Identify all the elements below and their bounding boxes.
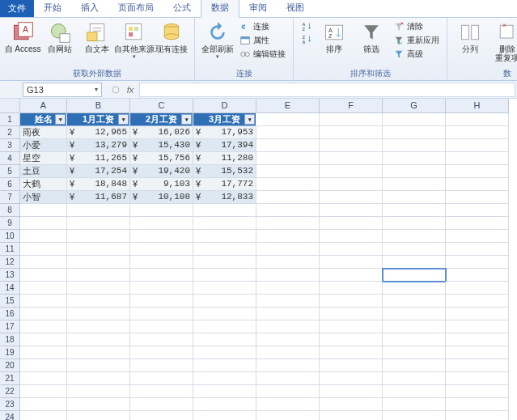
cell[interactable]	[20, 308, 67, 320]
btn-existing-connections[interactable]: 现有连接	[154, 20, 189, 54]
cell[interactable]: ¥ 11,265	[67, 152, 130, 165]
cell[interactable]	[67, 243, 130, 256]
cell[interactable]	[320, 308, 383, 320]
cell[interactable]: 大鹤	[20, 178, 67, 191]
cell[interactable]	[320, 256, 383, 269]
row-header-14[interactable]: 14	[0, 282, 20, 295]
row-header-9[interactable]: 9	[0, 217, 20, 230]
tab-页面布局[interactable]: 页面布局	[108, 0, 163, 17]
cell[interactable]	[320, 359, 383, 372]
cell[interactable]	[320, 230, 383, 243]
cell[interactable]	[256, 256, 320, 269]
cell[interactable]	[446, 372, 509, 385]
cell[interactable]	[130, 204, 193, 217]
cell[interactable]	[383, 204, 446, 217]
cell[interactable]	[130, 295, 193, 308]
cell[interactable]	[67, 320, 130, 333]
tab-插入[interactable]: 插入	[71, 0, 108, 17]
row-header-18[interactable]: 18	[0, 333, 20, 346]
cell[interactable]	[256, 217, 320, 230]
cell[interactable]: 姓名▾	[20, 113, 67, 126]
row-header-8[interactable]: 8	[0, 204, 20, 217]
row-header-15[interactable]: 15	[0, 295, 20, 308]
cell[interactable]	[320, 243, 383, 256]
cell[interactable]	[130, 359, 193, 372]
cell[interactable]	[446, 126, 509, 139]
cell[interactable]	[320, 204, 383, 217]
cell[interactable]	[446, 256, 509, 269]
cell[interactable]	[67, 282, 130, 295]
cell[interactable]	[20, 217, 67, 230]
cell[interactable]	[20, 282, 67, 295]
cell[interactable]	[256, 165, 320, 178]
cell[interactable]	[67, 372, 130, 385]
cell[interactable]	[193, 359, 256, 372]
cell[interactable]	[446, 411, 509, 420]
cell[interactable]	[20, 295, 67, 308]
cell[interactable]	[130, 230, 193, 243]
cell[interactable]	[446, 165, 509, 178]
cell[interactable]	[383, 178, 446, 191]
cell[interactable]	[193, 385, 256, 398]
cell[interactable]	[67, 230, 130, 243]
tab-视图[interactable]: 视图	[277, 0, 314, 17]
spreadsheet-grid[interactable]: ABCDEFGH 1234567891011121314151617181920…	[0, 99, 517, 420]
cell[interactable]	[383, 333, 446, 346]
cell[interactable]	[383, 230, 446, 243]
cell[interactable]	[446, 113, 509, 126]
cell[interactable]: ¥ 11,280	[193, 152, 256, 165]
cell[interactable]	[383, 152, 446, 165]
col-header-H[interactable]: H	[446, 99, 509, 113]
cell[interactable]	[320, 126, 383, 139]
cell[interactable]	[193, 411, 256, 420]
namebox-dropdown-icon[interactable]: ▾	[95, 86, 98, 93]
cell[interactable]	[320, 178, 383, 191]
cell[interactable]: 星空	[20, 152, 67, 165]
cell[interactable]	[383, 126, 446, 139]
cell[interactable]	[193, 372, 256, 385]
cell[interactable]	[20, 230, 67, 243]
row-header-7[interactable]: 7	[0, 191, 20, 204]
cell[interactable]	[446, 269, 509, 282]
btn-text-to-columns[interactable]: 分列	[452, 20, 488, 54]
cell[interactable]	[20, 372, 67, 385]
cell[interactable]	[383, 372, 446, 385]
cell[interactable]	[256, 372, 320, 385]
cell[interactable]	[446, 333, 509, 346]
select-all-corner[interactable]	[0, 99, 20, 113]
cell[interactable]	[130, 282, 193, 295]
btn-from-other[interactable]: 自其他来源 ▾	[117, 20, 152, 61]
cell[interactable]	[320, 269, 383, 282]
cell[interactable]: 1月工资▾	[67, 113, 130, 126]
cell[interactable]	[446, 320, 509, 333]
cell[interactable]	[67, 333, 130, 346]
cell[interactable]: ¥ 17,254	[67, 165, 130, 178]
cell[interactable]	[67, 398, 130, 411]
cell[interactable]	[67, 308, 130, 320]
cell[interactable]	[383, 256, 446, 269]
cell[interactable]	[130, 346, 193, 359]
btn-connections[interactable]: 连接	[237, 20, 288, 33]
cell[interactable]	[193, 256, 256, 269]
cell[interactable]	[446, 359, 509, 372]
btn-sort-az[interactable]: AZ	[299, 20, 315, 33]
cell[interactable]	[20, 398, 67, 411]
cell[interactable]	[193, 217, 256, 230]
btn-clear-filter[interactable]: 清除	[391, 20, 442, 33]
btn-remove-duplicates[interactable]: 删除 重复项	[489, 20, 517, 63]
cell[interactable]	[320, 113, 383, 126]
row-header-2[interactable]: 2	[0, 126, 20, 139]
cell[interactable]	[320, 191, 383, 204]
cell[interactable]	[256, 320, 320, 333]
cell[interactable]	[446, 152, 509, 165]
cell[interactable]: 小智	[20, 191, 67, 204]
tab-file[interactable]: 文件	[0, 0, 34, 17]
cell[interactable]	[320, 372, 383, 385]
cell[interactable]	[256, 346, 320, 359]
cell[interactable]	[193, 243, 256, 256]
cell[interactable]	[20, 243, 67, 256]
cell[interactable]	[256, 333, 320, 346]
formula-bar[interactable]	[139, 83, 515, 97]
tab-审阅[interactable]: 审阅	[239, 0, 277, 17]
filter-dropdown-icon[interactable]: ▾	[244, 114, 255, 125]
